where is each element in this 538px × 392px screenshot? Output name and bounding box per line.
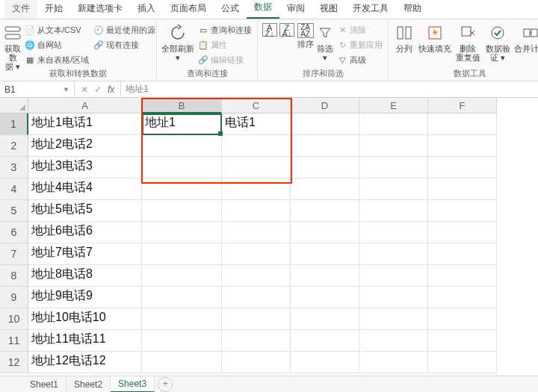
cell-D1[interactable] — [291, 113, 359, 135]
row-header-4[interactable]: 4 — [0, 178, 28, 200]
cell-E4[interactable] — [359, 178, 428, 200]
cell-C7[interactable] — [222, 243, 291, 265]
cell-E1[interactable] — [359, 113, 428, 135]
cell-E8[interactable] — [359, 265, 428, 287]
cell-F3[interactable] — [428, 157, 497, 178]
cell-F9[interactable] — [428, 287, 497, 308]
tab-home[interactable]: 开始 — [37, 0, 70, 19]
tab-layout[interactable]: 页面布局 — [163, 0, 214, 19]
from-range-button[interactable]: ▦来自表格/区域 — [22, 52, 91, 67]
cell-B2[interactable] — [142, 135, 222, 157]
cell-C8[interactable] — [222, 265, 291, 287]
row-header-9[interactable]: 9 — [0, 287, 28, 308]
tab-dev[interactable]: 开发工具 — [345, 0, 396, 19]
cell-C4[interactable] — [222, 178, 291, 200]
tab-help[interactable]: 帮助 — [396, 0, 429, 19]
cell-B10[interactable] — [142, 308, 222, 330]
cell-C9[interactable] — [222, 287, 291, 308]
cell-A1[interactable]: 地址1电话1 — [28, 113, 142, 135]
row-header-7[interactable]: 7 — [0, 243, 28, 265]
formula-input[interactable]: 地址1 — [121, 81, 538, 97]
tab-newtab[interactable]: 新建选项卡 — [70, 0, 130, 19]
column-header-B[interactable]: B — [142, 98, 222, 113]
cell-B3[interactable] — [142, 157, 222, 178]
tab-view[interactable]: 视图 — [312, 0, 345, 19]
sheet-tab-1[interactable]: Sheet1 — [22, 377, 67, 392]
from-web-button[interactable]: 🌐自网站 — [22, 37, 91, 52]
cell-B11[interactable] — [142, 330, 222, 352]
cell-D9[interactable] — [291, 287, 359, 308]
from-csv-button[interactable]: 📄从文本/CSV — [22, 22, 91, 37]
cell-A8[interactable]: 地址8电话8 — [28, 265, 142, 287]
cell-F6[interactable] — [428, 222, 497, 243]
row-header-6[interactable]: 6 — [0, 222, 28, 243]
cell-C10[interactable] — [222, 308, 291, 330]
cell-A4[interactable]: 地址4电话4 — [28, 178, 142, 200]
cell-C12[interactable] — [222, 352, 291, 373]
cell-F5[interactable] — [428, 200, 497, 222]
add-sheet-button[interactable]: + — [158, 377, 173, 392]
tab-formula[interactable]: 公式 — [214, 0, 247, 19]
row-header-1[interactable]: 1 — [0, 113, 28, 135]
tab-insert[interactable]: 插入 — [130, 0, 163, 19]
cell-F1[interactable] — [428, 113, 497, 135]
cell-F10[interactable] — [428, 308, 497, 330]
cell-D10[interactable] — [291, 308, 359, 330]
cell-F4[interactable] — [428, 178, 497, 200]
cell-C1[interactable]: 电话1 — [222, 113, 291, 135]
cell-F7[interactable] — [428, 243, 497, 265]
column-header-F[interactable]: F — [428, 98, 497, 113]
cell-E5[interactable] — [359, 200, 428, 222]
cell-A6[interactable]: 地址6电话6 — [28, 222, 142, 243]
column-header-A[interactable]: A — [28, 98, 142, 113]
tab-data[interactable]: 数据 — [247, 0, 279, 19]
cell-A9[interactable]: 地址9电话9 — [28, 287, 142, 308]
advanced-filter-button[interactable]: ▽高级 — [335, 52, 385, 67]
cell-E12[interactable] — [359, 352, 428, 373]
cell-C6[interactable] — [222, 222, 291, 243]
column-header-D[interactable]: D — [291, 98, 359, 113]
cell-F8[interactable] — [428, 265, 497, 287]
cell-B4[interactable] — [142, 178, 222, 200]
cell-D8[interactable] — [291, 265, 359, 287]
queries-conn-button[interactable]: ▭查询和连接 — [196, 22, 254, 37]
clear-filter-button[interactable]: ✕清除 — [335, 22, 385, 37]
select-all-corner[interactable] — [0, 98, 28, 113]
properties-button[interactable]: 📋属性 — [196, 37, 254, 52]
cell-B9[interactable] — [142, 287, 222, 308]
row-header-3[interactable]: 3 — [0, 157, 28, 178]
cell-F2[interactable] — [428, 135, 497, 157]
cell-B1[interactable]: 地址1 — [142, 113, 222, 135]
existing-conn-button[interactable]: 🔗现有连接 — [91, 37, 158, 52]
cell-E10[interactable] — [359, 308, 428, 330]
row-header-8[interactable]: 8 — [0, 265, 28, 287]
column-header-E[interactable]: E — [359, 98, 428, 113]
cell-B8[interactable] — [142, 265, 222, 287]
cell-E7[interactable] — [359, 243, 428, 265]
cell-E6[interactable] — [359, 222, 428, 243]
cell-D11[interactable] — [291, 330, 359, 352]
cell-C11[interactable] — [222, 330, 291, 352]
sheet-tab-2[interactable]: Sheet2 — [67, 377, 111, 392]
column-header-C[interactable]: C — [222, 98, 291, 113]
sheet-tab-3[interactable]: Sheet3 — [111, 376, 155, 393]
fx-icon[interactable]: fx — [108, 84, 114, 95]
cell-A3[interactable]: 地址3电话3 — [28, 157, 142, 178]
cell-D7[interactable] — [291, 243, 359, 265]
cell-A10[interactable]: 地址10电话10 — [28, 308, 142, 330]
cell-grid[interactable]: 地址1电话1地址1电话1地址2电话2地址3电话3地址4电话4地址5电话5地址6电… — [28, 113, 538, 379]
cell-B6[interactable] — [142, 222, 222, 243]
row-header-5[interactable]: 5 — [0, 200, 28, 222]
cell-C2[interactable] — [222, 135, 291, 157]
recent-sources-button[interactable]: 🕘最近使用的源 — [91, 22, 158, 37]
row-header-10[interactable]: 10 — [0, 308, 28, 330]
reapply-button[interactable]: ↻重新应用 — [335, 37, 385, 52]
edit-links-button[interactable]: 🔗编辑链接 — [196, 52, 254, 67]
cell-B12[interactable] — [142, 352, 222, 373]
cell-A11[interactable]: 地址11电话11 — [28, 330, 142, 352]
cell-D6[interactable] — [291, 222, 359, 243]
cell-E2[interactable] — [359, 135, 428, 157]
cell-C3[interactable] — [222, 157, 291, 178]
cancel-icon[interactable]: ✕ — [81, 84, 88, 95]
cell-A12[interactable]: 地址12电话12 — [28, 352, 142, 373]
